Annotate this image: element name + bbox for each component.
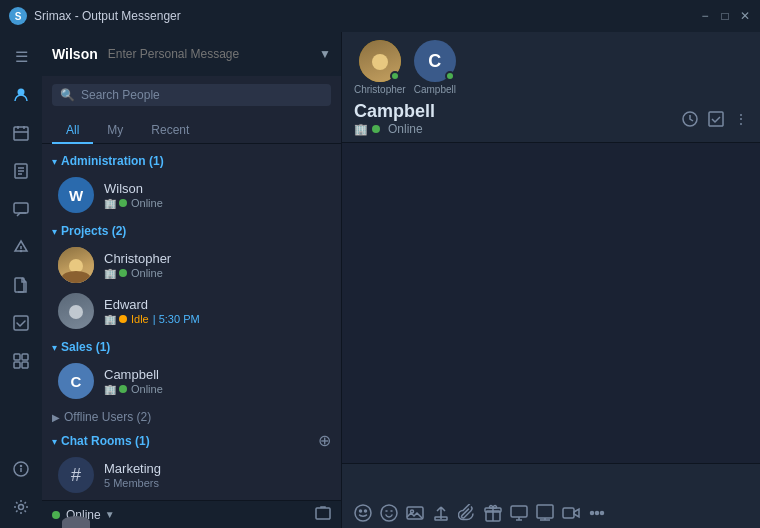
- emoji-button[interactable]: [354, 504, 372, 522]
- chat-check-button[interactable]: [708, 111, 724, 127]
- sidebar-item-apps[interactable]: [4, 344, 38, 378]
- status-bar-arrow[interactable]: ▼: [105, 509, 115, 520]
- more-toolbar-button[interactable]: [588, 504, 606, 522]
- contact-tabs: All My Recent: [42, 114, 341, 144]
- group-administration[interactable]: ▾ Administration (1): [42, 148, 341, 172]
- maximize-button[interactable]: □: [718, 9, 732, 23]
- chat-contact-name: Campbell: [354, 101, 435, 122]
- contact-list: ▾ Administration (1) W Wilson 🏢 Online ▾: [42, 144, 341, 500]
- attach-button[interactable]: [458, 504, 476, 522]
- svg-rect-26: [709, 112, 723, 126]
- minimize-button[interactable]: −: [698, 9, 712, 23]
- chat-body: [342, 143, 760, 463]
- chat-avatar-campbell[interactable]: C Campbell: [414, 40, 456, 95]
- status-time: | 5:30 PM: [153, 313, 200, 325]
- group-sales-label: Sales (1): [61, 340, 110, 354]
- app-logo: S: [8, 6, 28, 26]
- chat-actions: ⋮: [682, 111, 748, 127]
- svg-point-23: [19, 505, 24, 510]
- chevron-down-icon: ▾: [52, 156, 57, 167]
- list-item[interactable]: # Marketing 5 Members: [42, 452, 341, 498]
- svg-rect-19: [22, 362, 28, 368]
- add-chat-room-button[interactable]: ⊕: [318, 431, 331, 450]
- contact-info: Marketing 5 Members: [104, 461, 331, 489]
- group-administration-label: Administration (1): [61, 154, 164, 168]
- contact-panel: Wilson ▼ 🔍 All My Recent ▾ Administratio…: [42, 32, 342, 528]
- sidebar-item-tasks[interactable]: [4, 306, 38, 340]
- contact-name: Wilson: [104, 181, 331, 196]
- chat-history-button[interactable]: [682, 111, 698, 127]
- svg-text:S: S: [15, 11, 22, 22]
- group-offline-users[interactable]: ▶ Offline Users (2): [42, 404, 341, 428]
- sidebar-item-menu[interactable]: ☰: [4, 40, 38, 74]
- user-header-arrow[interactable]: ▼: [319, 47, 331, 61]
- svg-rect-24: [316, 508, 330, 519]
- search-input[interactable]: [81, 88, 323, 102]
- chat-more-button[interactable]: ⋮: [734, 111, 748, 127]
- chat-status-text: Online: [388, 122, 423, 136]
- group-projects-label: Projects (2): [61, 224, 126, 238]
- whiteboard-button[interactable]: [536, 504, 554, 522]
- emoji2-button[interactable]: [380, 504, 398, 522]
- svg-rect-11: [14, 203, 28, 213]
- avatar-wrapper: [359, 40, 401, 82]
- sidebar-item-calendar[interactable]: [4, 116, 38, 150]
- tab-all[interactable]: All: [52, 118, 93, 144]
- building-icon: 🏢: [104, 268, 116, 279]
- list-item[interactable]: Edward 🏢 Idle | 5:30 PM: [42, 288, 341, 334]
- svg-point-43: [591, 512, 594, 515]
- open-chats-avatars: Christopher C Campbell: [342, 32, 760, 99]
- title-bar: S Srimax - Output Messenger − □ ✕: [0, 0, 760, 32]
- status-indicator: [119, 315, 127, 323]
- avatar: W: [58, 177, 94, 213]
- svg-point-22: [21, 466, 22, 467]
- sidebar-item-info[interactable]: [4, 452, 38, 486]
- list-item[interactable]: C Campbell 🏢 Online: [42, 358, 341, 404]
- sidebar-item-messages[interactable]: [4, 192, 38, 226]
- list-item[interactable]: 👤 Christopher 🏢 Online: [42, 242, 341, 288]
- sidebar-item-contacts[interactable]: [4, 78, 38, 112]
- status-indicator: [119, 385, 127, 393]
- app-body: ☰ Wi: [0, 32, 760, 528]
- contact-status: 🏢 Idle | 5:30 PM: [104, 313, 331, 325]
- chat-input-row: [342, 464, 760, 500]
- contact-status: 🏢 Online: [104, 197, 331, 209]
- offline-users-label: Offline Users (2): [64, 410, 151, 424]
- sidebar-item-notes[interactable]: [4, 154, 38, 188]
- contact-name: Christopher: [104, 251, 331, 266]
- sidebar-item-files[interactable]: [4, 268, 38, 302]
- chat-building-icon: 🏢: [354, 123, 368, 136]
- tab-my[interactable]: My: [93, 118, 137, 144]
- send-button[interactable]: [432, 504, 450, 522]
- online-status-indicator: [445, 71, 455, 81]
- list-item[interactable]: W Wilson 🏢 Online: [42, 172, 341, 218]
- sidebar-item-settings[interactable]: [4, 490, 38, 524]
- chat-rooms-label: Chat Rooms (1): [61, 434, 150, 448]
- status-bar-icon[interactable]: [315, 509, 331, 524]
- image-button[interactable]: [406, 504, 424, 522]
- svg-point-28: [360, 510, 362, 512]
- screen-button[interactable]: [510, 504, 528, 522]
- tab-recent[interactable]: Recent: [137, 118, 203, 144]
- gift-button[interactable]: [484, 504, 502, 522]
- svg-point-13: [21, 251, 22, 252]
- chat-avatar-christopher[interactable]: Christopher: [354, 40, 406, 95]
- sidebar-item-broadcast[interactable]: [4, 230, 38, 264]
- building-icon: 🏢: [104, 198, 116, 209]
- close-button[interactable]: ✕: [738, 9, 752, 23]
- search-icon: 🔍: [60, 88, 75, 102]
- chat-rooms-header: ▾ Chat Rooms (1) ⊕: [42, 428, 341, 452]
- personal-message-input[interactable]: [108, 47, 319, 61]
- group-projects[interactable]: ▾ Projects (2): [42, 218, 341, 242]
- chat-text-input[interactable]: [354, 470, 748, 494]
- user-header: Wilson ▼: [42, 32, 341, 76]
- svg-rect-17: [22, 354, 28, 360]
- building-icon: 🏢: [104, 384, 116, 395]
- group-sales[interactable]: ▾ Sales (1): [42, 334, 341, 358]
- status-indicator: [372, 125, 380, 133]
- group-chat-rooms[interactable]: ▾ Chat Rooms (1): [42, 428, 318, 452]
- chevron-down-icon: ▾: [52, 436, 57, 447]
- video-button[interactable]: [562, 504, 580, 522]
- contact-status: 🏢 Online: [104, 267, 331, 279]
- svg-rect-38: [511, 506, 527, 517]
